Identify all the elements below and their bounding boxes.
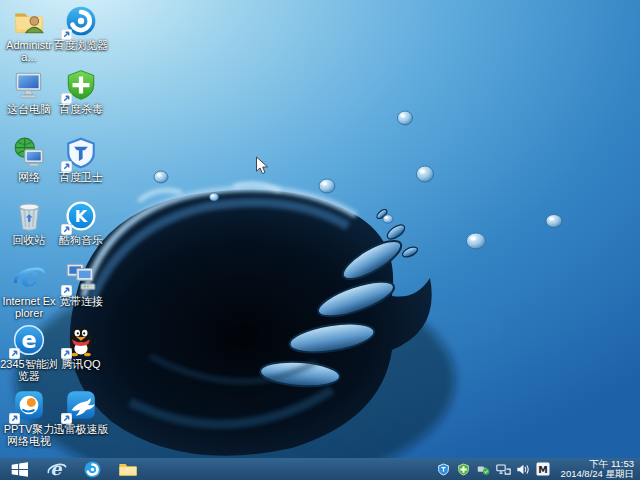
folder-icon xyxy=(118,460,138,478)
windows-logo-icon xyxy=(10,461,29,478)
qq-penguin-icon xyxy=(64,323,98,357)
shortcut-arrow-icon xyxy=(61,224,72,235)
blue-shield-icon xyxy=(437,463,450,476)
taskbar-baidu-browser[interactable] xyxy=(74,458,110,480)
desktop-icon-recycle-bin[interactable]: 回收站 xyxy=(0,199,58,246)
svg-text:K: K xyxy=(75,207,88,226)
broadband-connection-icon xyxy=(64,260,98,294)
this-pc-icon xyxy=(12,68,46,102)
icon-label: 百度浏览器 xyxy=(52,39,110,51)
shortcut-arrow-icon xyxy=(9,348,20,359)
tray-baidu-weishi[interactable] xyxy=(436,462,451,477)
desktop-icon-baidu-browser[interactable]: 百度浏览器 xyxy=(52,4,110,51)
baidu-browser-icon xyxy=(64,4,98,38)
desktop-icon-pptv[interactable]: PPTV聚力 网络电视 xyxy=(0,388,58,447)
tray-volume[interactable] xyxy=(516,462,531,477)
desktop-icon-2345-browser[interactable]: e 2345智能浏览器 xyxy=(0,323,58,382)
green-shield-icon xyxy=(457,463,470,476)
xunlei-icon xyxy=(64,388,98,422)
icon-label: Internet Explorer xyxy=(0,295,58,319)
icon-label: 百度杀毒 xyxy=(52,103,110,115)
start-button[interactable] xyxy=(0,458,38,480)
icon-label: 网络 xyxy=(0,171,58,183)
recycle-bin-icon xyxy=(12,199,46,233)
shortcut-arrow-icon xyxy=(61,413,72,424)
icon-label: 迅雷极速版 xyxy=(52,423,110,435)
svg-text:e: e xyxy=(21,327,36,353)
ie-icon: e xyxy=(46,459,67,480)
kugou-music-icon: K xyxy=(64,199,98,233)
icon-label: Administra... xyxy=(0,39,58,63)
tray-network[interactable] xyxy=(496,462,511,477)
desktop-icon-network[interactable]: 网络 xyxy=(0,136,58,183)
svg-text:e: e xyxy=(19,260,39,293)
network-globe-icon xyxy=(12,136,46,170)
icon-label: 回收站 xyxy=(0,234,58,246)
shortcut-arrow-icon xyxy=(61,161,72,172)
internet-explorer-icon: e xyxy=(12,260,46,294)
taskbar-clock[interactable]: 下午 11:53 2014/8/24 星期日 xyxy=(555,459,640,480)
baidu-circle-icon xyxy=(83,460,102,479)
green-shield-icon xyxy=(64,68,98,102)
icon-label: 这台电脑 xyxy=(0,103,58,115)
tray-baidu-antivirus[interactable] xyxy=(456,462,471,477)
desktop-icon-this-pc[interactable]: 这台电脑 xyxy=(0,68,58,115)
taskbar: e xyxy=(0,458,640,480)
desktop-icon-baidu-antivirus[interactable]: 百度杀毒 xyxy=(52,68,110,115)
icon-label: 宽带连接 xyxy=(52,295,110,307)
2345-browser-icon: e xyxy=(12,323,46,357)
blue-shield-icon xyxy=(64,136,98,170)
svg-text:e: e xyxy=(50,459,62,479)
shortcut-arrow-icon xyxy=(61,29,72,40)
shortcut-arrow-icon xyxy=(61,348,72,359)
icon-label: 腾讯QQ xyxy=(52,358,110,370)
usb-check-icon xyxy=(476,462,490,476)
shortcut-arrow-icon xyxy=(9,413,20,424)
system-tray: M xyxy=(436,462,555,477)
desktop-icon-internet-explorer[interactable]: e Internet Explorer xyxy=(0,260,58,319)
desktop-icon-xunlei[interactable]: 迅雷极速版 xyxy=(52,388,110,435)
icon-label: PPTV聚力 网络电视 xyxy=(0,423,58,447)
desktop-icon-broadband[interactable]: 宽带连接 xyxy=(52,260,110,307)
icon-label: 酷狗音乐 xyxy=(52,234,110,246)
shortcut-arrow-icon xyxy=(61,285,72,296)
taskbar-file-explorer[interactable] xyxy=(110,458,146,480)
desktop-icon-tencent-qq[interactable]: 腾讯QQ xyxy=(52,323,110,370)
clock-date: 2014/8/24 星期日 xyxy=(561,469,634,480)
desktop-icon-administrator[interactable]: Administra... xyxy=(0,4,58,63)
user-folder-icon xyxy=(12,4,46,38)
icon-label: 2345智能浏览器 xyxy=(0,358,58,382)
icon-label: 百度卫士 xyxy=(52,171,110,183)
desktop-icon-kugou-music[interactable]: K 酷狗音乐 xyxy=(52,199,110,246)
tray-usb-device[interactable] xyxy=(476,462,491,477)
taskbar-internet-explorer[interactable]: e xyxy=(38,458,74,480)
network-icon xyxy=(496,463,511,476)
pptv-icon xyxy=(12,388,46,422)
ime-m-icon: M xyxy=(536,462,550,476)
speaker-icon xyxy=(516,463,530,476)
svg-text:M: M xyxy=(538,464,547,475)
shortcut-arrow-icon xyxy=(61,93,72,104)
desktop-icon-baidu-weishi[interactable]: 百度卫士 xyxy=(52,136,110,183)
tray-ime[interactable]: M xyxy=(536,462,551,477)
